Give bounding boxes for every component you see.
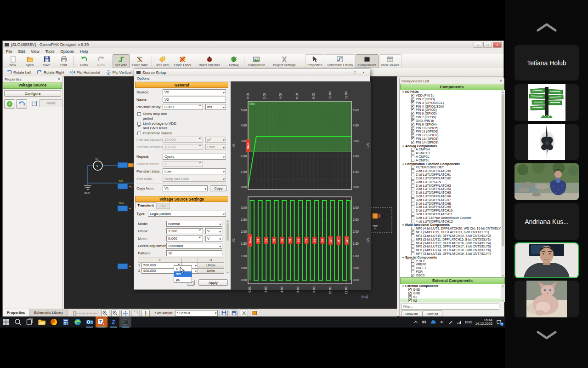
taskbar-zoom-app-button[interactable]: Z bbox=[107, 316, 119, 328]
flip-horizontal-button[interactable]: Flip Horizontal bbox=[70, 69, 100, 75]
tree-item-vref1[interactable]: VREF1 bbox=[400, 266, 501, 270]
item-checkbox[interactable] bbox=[411, 173, 414, 176]
tree-item-pin-2-gpio[interactable]: PIN 2 (GPIO) bbox=[400, 98, 501, 101]
spinner-pre-start-delay[interactable]: 0.000 bbox=[163, 104, 203, 110]
tree-item-3-bit-lut3-dff-latch6[interactable]: 3-bit LUT3/DFF/LATCH6 bbox=[400, 195, 501, 198]
item-checkbox[interactable] bbox=[411, 180, 414, 184]
maximize-button[interactable]: □ bbox=[483, 42, 492, 48]
nvm-viewer-button[interactable]: NVM Viewer bbox=[379, 54, 401, 68]
item-checkbox[interactable] bbox=[411, 148, 414, 151]
item-checkbox[interactable] bbox=[411, 169, 414, 172]
participant-tile-sphynx-cat[interactable] bbox=[514, 281, 579, 317]
set-label-button[interactable]: Set Label bbox=[153, 54, 172, 68]
tree-section-external-components[interactable]: ▾External Components bbox=[400, 284, 501, 288]
item-checkbox[interactable] bbox=[408, 299, 412, 302]
select-copy-from[interactable]: V1 bbox=[163, 185, 208, 191]
select-pre-start-state[interactable]: Low bbox=[163, 168, 226, 174]
save-button[interactable]: Save bbox=[38, 54, 55, 68]
scroll-thumb[interactable] bbox=[226, 223, 229, 241]
item-checkbox[interactable] bbox=[411, 141, 414, 144]
menu-tools[interactable]: Tools bbox=[45, 49, 55, 54]
input-name[interactable]: V2 bbox=[163, 97, 226, 103]
item-checkbox[interactable] bbox=[411, 130, 414, 133]
debug-button[interactable]: Debug bbox=[226, 54, 243, 68]
item-checkbox[interactable] bbox=[411, 191, 414, 194]
language-indicator[interactable]: ENG bbox=[465, 320, 472, 324]
taskbar-search-button[interactable] bbox=[12, 316, 24, 328]
dialog-minimize-button[interactable]: – bbox=[342, 70, 350, 75]
spinner-umin[interactable]: 0.000 bbox=[166, 236, 203, 242]
item-checkbox[interactable] bbox=[411, 137, 414, 140]
tree-item-pin-5-gpio2[interactable]: PIN 5 (GPIO2) bbox=[400, 108, 501, 112]
flip-vertical-button[interactable]: Flip Vertical bbox=[106, 69, 131, 75]
properties-button[interactable]: Properties bbox=[305, 54, 324, 68]
item-checkbox[interactable] bbox=[411, 252, 414, 255]
tree-item-pin-13-gpio8[interactable]: PIN 13 (GPIO8) bbox=[400, 137, 501, 141]
item-checkbox[interactable] bbox=[411, 195, 414, 198]
tree-item-pin-12-gpio7[interactable]: PIN 12 (GPIO7) bbox=[400, 133, 501, 137]
item-checkbox[interactable] bbox=[411, 94, 414, 97]
checkbox-limit-voltage-to-vdd-and-gnd-level[interactable] bbox=[137, 122, 141, 126]
menu-view[interactable]: View bbox=[31, 49, 39, 54]
tree-item-vdd-pin-1[interactable]: VDD (PIN 1) bbox=[400, 94, 501, 98]
refresh-button[interactable] bbox=[131, 310, 140, 317]
participant-tile-signpost-picture[interactable] bbox=[514, 84, 579, 121]
scroll-down-arrow[interactable]: ▼ bbox=[501, 299, 505, 302]
participant-tile-andriana-kus[interactable]: Andriana Kus... bbox=[514, 203, 579, 240]
taskbar-greenpak-button[interactable] bbox=[119, 316, 131, 328]
pin-box-sda[interactable] bbox=[118, 206, 131, 211]
tab-dc[interactable]: DC bbox=[156, 203, 170, 209]
spinner-umax[interactable]: 3.300 bbox=[166, 228, 203, 234]
taskbar-task-view-button[interactable] bbox=[24, 316, 36, 328]
item-checkbox[interactable] bbox=[411, 98, 414, 101]
tree-item-mf2-3-bit-lut10-dff-latch14-8-bit-cnt2-dly2[interactable]: MF2 (3-bit LUT10, DFF/LATCH14, 8-bit CNT… bbox=[400, 234, 501, 238]
tree-item-2-bit-lut2-dff-latch2[interactable]: 2-bit LUT2/DFF/LATCH2 bbox=[400, 177, 501, 180]
tree-item-3-bit-lut0-dff-latch3[interactable]: 3-bit LUT0/DFF/LATCH3 bbox=[400, 184, 501, 187]
unit-option-s[interactable]: µs bbox=[174, 277, 192, 282]
copy-button[interactable]: Copy bbox=[210, 185, 227, 191]
item-checkbox[interactable] bbox=[411, 151, 414, 155]
simulation-select[interactable]: * Default bbox=[175, 310, 218, 316]
tree-item-3-bit-lut7-dff-latch10[interactable]: 3-bit LUT7/DFF/LATCH10 bbox=[400, 209, 501, 213]
tray-chevron-icon[interactable] bbox=[413, 319, 418, 325]
log-button[interactable] bbox=[250, 310, 258, 317]
minimize-button[interactable]: – bbox=[474, 42, 482, 48]
dialog-maximize-button[interactable]: □ bbox=[351, 70, 359, 75]
save-sim-as-button[interactable] bbox=[230, 310, 238, 317]
tree-section-i-o-pads[interactable]: ▾I/O PADs bbox=[400, 90, 501, 94]
item-checkbox[interactable] bbox=[411, 115, 414, 119]
item-checkbox[interactable] bbox=[411, 248, 414, 252]
collapse-icon[interactable]: ▾ bbox=[402, 223, 404, 226]
wire[interactable] bbox=[88, 166, 137, 183]
tree-section-multi-functional-components[interactable]: ▾Multi-functional Components bbox=[400, 223, 501, 227]
taskbar-edge-button[interactable] bbox=[72, 316, 84, 328]
tree-item-mf7-3-bit-lut15-dff-latch19-8-bit-cnt7-dly7[interactable]: MF7 (3-bit LUT15, DFF/LATCH19, 8-bit CNT… bbox=[400, 252, 501, 256]
scroll-up-arrow[interactable]: ▲ bbox=[226, 219, 230, 223]
item-checkbox[interactable] bbox=[411, 234, 414, 237]
taskbar-outlook-button[interactable] bbox=[84, 316, 96, 328]
item-checkbox[interactable] bbox=[411, 166, 414, 169]
clock[interactable]: 15:44 14.12.2023 bbox=[475, 318, 492, 326]
pen-icon[interactable] bbox=[447, 319, 453, 325]
select-source[interactable]: V2 bbox=[163, 89, 226, 95]
settings-scrollbar[interactable]: ▲ ▼ bbox=[226, 219, 230, 274]
tree-item-pin-6-gpio3[interactable]: PIN 6 (GPIO3) bbox=[400, 112, 501, 115]
tree-item-a-cmp2l[interactable]: A CMP2L bbox=[400, 155, 501, 159]
apply-button[interactable]: Apply bbox=[39, 99, 63, 107]
zoom-slider[interactable] bbox=[73, 311, 99, 316]
item-checkbox[interactable] bbox=[411, 126, 414, 130]
tree-item-a-cmp3l[interactable]: A CMP3L bbox=[400, 158, 501, 162]
item-checkbox[interactable] bbox=[411, 202, 414, 205]
probe-button[interactable] bbox=[141, 310, 150, 317]
item-checkbox[interactable] bbox=[411, 266, 414, 270]
battery-icon[interactable] bbox=[421, 319, 427, 325]
tree-item-p-dly[interactable]: P DLY bbox=[400, 259, 501, 263]
components-button[interactable]: Components bbox=[356, 54, 379, 68]
tree-item-2-bit-lut1-dff-latch1[interactable]: 2-bit LUT1/DFF/LATCH1 bbox=[400, 173, 501, 177]
erase-wire-button[interactable]: Erase Wire bbox=[130, 54, 150, 68]
item-checkbox[interactable] bbox=[411, 112, 414, 115]
save-settings-icon[interactable] bbox=[32, 101, 37, 106]
v2-source-selected[interactable] bbox=[371, 207, 392, 233]
tree-item-3-bit-lut1-dff-latch4[interactable]: 3-bit LUT1/DFF/LATCH4 bbox=[400, 187, 501, 191]
tree-item-mf3-3-bit-lut11-dff-latch15-8-bit-cnt3-dly3[interactable]: MF3 (3-bit LUT11, DFF/LATCH15, 8-bit CNT… bbox=[400, 237, 501, 241]
